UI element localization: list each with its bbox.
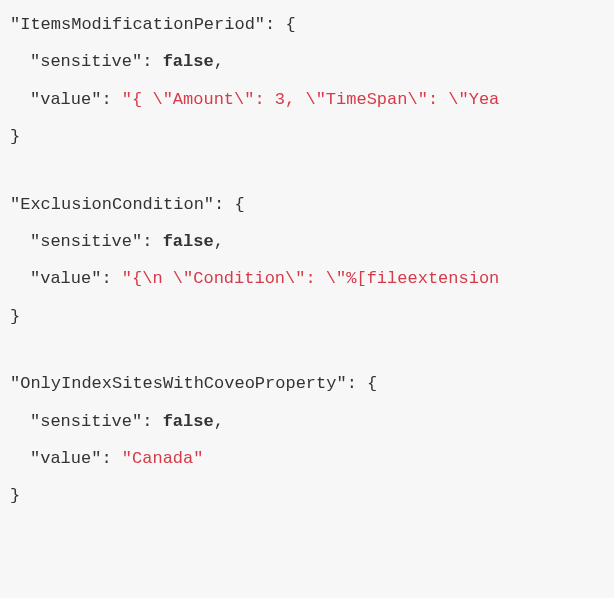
json-entry: "OnlyIndexSitesWithCoveoProperty": { "se… (10, 365, 604, 515)
punc-colon-brace: : { (265, 15, 296, 34)
json-entry: "ItemsModificationPeriod": { "sensitive"… (10, 6, 604, 156)
close-brace: } (10, 118, 604, 155)
value-string: "Canada" (122, 449, 204, 468)
value-key: "value" (30, 269, 101, 288)
entry-key: "OnlyIndexSitesWithCoveoProperty" (10, 374, 347, 393)
sensitive-line: "sensitive": false, (10, 223, 604, 260)
entry-header: "ItemsModificationPeriod": { (10, 6, 604, 43)
sensitive-key: "sensitive" (30, 52, 142, 71)
close-brace: } (10, 298, 604, 335)
value-string: "{\n \"Condition\": \"%[fileextension (122, 269, 499, 288)
value-line: "value": "Canada" (10, 440, 604, 477)
sensitive-value: false (163, 232, 214, 251)
entry-key: "ItemsModificationPeriod" (10, 15, 265, 34)
sensitive-line: "sensitive": false, (10, 403, 604, 440)
sensitive-key: "sensitive" (30, 232, 142, 251)
json-entry: "ExclusionCondition": { "sensitive": fal… (10, 186, 604, 336)
value-key: "value" (30, 90, 101, 109)
entry-header: "OnlyIndexSitesWithCoveoProperty": { (10, 365, 604, 402)
entry-header: "ExclusionCondition": { (10, 186, 604, 223)
entry-key: "ExclusionCondition" (10, 195, 214, 214)
sensitive-value: false (163, 412, 214, 431)
sensitive-value: false (163, 52, 214, 71)
punc-colon-brace: : { (347, 374, 378, 393)
punc-colon-brace: : { (214, 195, 245, 214)
value-line: "value": "{\n \"Condition\": \"%[fileext… (10, 260, 604, 297)
code-block: "ItemsModificationPeriod": { "sensitive"… (0, 0, 614, 555)
value-string: "{ \"Amount\": 3, \"TimeSpan\": \"Yea (122, 90, 499, 109)
sensitive-line: "sensitive": false, (10, 43, 604, 80)
value-line: "value": "{ \"Amount\": 3, \"TimeSpan\":… (10, 81, 604, 118)
value-key: "value" (30, 449, 101, 468)
sensitive-key: "sensitive" (30, 412, 142, 431)
close-brace: } (10, 477, 604, 514)
